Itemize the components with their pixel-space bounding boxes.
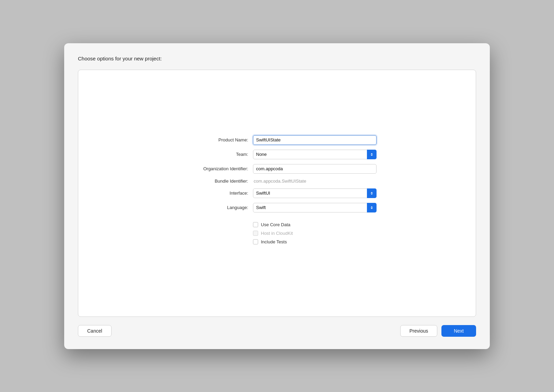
org-identifier-label: Organization Identifier: <box>177 166 253 171</box>
team-label: Team: <box>177 152 253 157</box>
content-area: Product Name: Team: None <box>78 70 476 317</box>
include-tests-row: Include Tests <box>253 239 287 244</box>
new-project-dialog: Choose options for your new project: Pro… <box>64 43 490 349</box>
language-select[interactable]: Swift Objective-C <box>253 203 377 212</box>
previous-button[interactable]: Previous <box>400 325 437 337</box>
interface-select-wrapper: SwiftUI Storyboard <box>253 188 377 198</box>
language-select-wrapper: Swift Objective-C <box>253 203 377 212</box>
team-select-wrapper: None <box>253 150 377 159</box>
right-buttons: Previous Next <box>400 325 476 337</box>
interface-label: Interface: <box>177 191 253 196</box>
use-core-data-label: Use Core Data <box>261 222 290 227</box>
product-name-label: Product Name: <box>177 137 253 142</box>
org-identifier-row: Organization Identifier: <box>177 164 377 174</box>
org-identifier-input[interactable] <box>253 164 377 174</box>
use-core-data-row: Use Core Data <box>253 222 290 227</box>
include-tests-label: Include Tests <box>261 239 287 244</box>
team-select[interactable]: None <box>253 150 377 159</box>
cancel-button[interactable]: Cancel <box>78 325 112 337</box>
host-in-cloudkit-row: Host in CloudKit <box>253 231 293 236</box>
next-button[interactable]: Next <box>441 325 476 337</box>
bundle-identifier-value: com.appcoda.SwiftUIState <box>253 178 377 184</box>
bottom-bar: Cancel Previous Next <box>78 324 476 337</box>
language-row: Language: Swift Objective-C <box>177 203 377 212</box>
form-container: Product Name: Team: None <box>177 135 377 244</box>
checkboxes-area: Use Core Data Host in CloudKit Include T… <box>253 222 377 244</box>
use-core-data-checkbox[interactable] <box>253 222 258 227</box>
bundle-identifier-row: Bundle Identifier: com.appcoda.SwiftUISt… <box>177 178 377 184</box>
bundle-identifier-label: Bundle Identifier: <box>177 178 253 184</box>
include-tests-checkbox[interactable] <box>253 239 258 244</box>
dialog-title: Choose options for your new project: <box>78 56 476 61</box>
product-name-row: Product Name: <box>177 135 377 145</box>
interface-select[interactable]: SwiftUI Storyboard <box>253 188 377 198</box>
host-in-cloudkit-checkbox[interactable] <box>253 231 258 236</box>
interface-row: Interface: SwiftUI Storyboard <box>177 188 377 198</box>
product-name-input[interactable] <box>253 135 377 145</box>
language-label: Language: <box>177 205 253 210</box>
team-row: Team: None <box>177 150 377 159</box>
host-in-cloudkit-label: Host in CloudKit <box>261 231 293 236</box>
